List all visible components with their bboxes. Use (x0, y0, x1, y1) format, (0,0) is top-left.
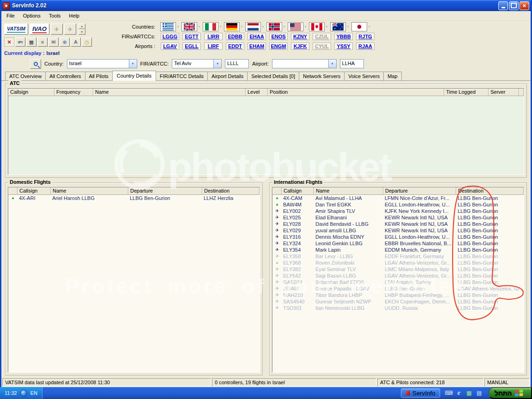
flight-row-tso301[interactable]: ✈TSO301Ilan Nemirovski LLBGUUDD, RussiaL… (272, 305, 524, 311)
fir-code-enos[interactable]: ENOS (269, 33, 288, 40)
column-header-server[interactable]: Server (489, 89, 519, 96)
airport-code-eham[interactable]: EHAM (248, 42, 266, 50)
column-header-position[interactable]: Position (268, 89, 444, 96)
country-flag-uk[interactable] (181, 22, 197, 31)
tab-airport-details[interactable]: Airport Details (207, 72, 248, 80)
fir-code-ehaa[interactable]: EHAA (248, 33, 266, 40)
country-flag-nl[interactable] (245, 22, 261, 31)
flight-row-ely029[interactable]: ✈ELY029yuval amsili LLBGKEWR Newark Intl… (272, 227, 524, 234)
fir-code-edbb[interactable]: EDBB (226, 33, 244, 40)
start-button[interactable]: התחל (488, 387, 532, 399)
country-flag-de[interactable] (224, 22, 240, 31)
message-icon[interactable]: ✉ (48, 37, 59, 47)
servinfo-task-button[interactable]: ServInfo (401, 388, 440, 398)
flight-row-ely354[interactable]: ✈ELY354Mark LapinEDDM Munich, GermanyLLB… (272, 247, 524, 253)
fir-code-rjtg[interactable]: RJTG (356, 33, 375, 40)
column-header-level[interactable]: Level (246, 89, 268, 96)
flight-row-mah210[interactable]: ✈MAH210Tibor Bandura LHBPLHBP Budapest-F… (272, 292, 524, 298)
airport-code-eddt[interactable]: EDDT (226, 42, 244, 50)
country-select[interactable]: Israel ▼ (67, 59, 137, 68)
country-flag-us[interactable] (288, 22, 303, 31)
minimize-button[interactable] (498, 1, 508, 10)
plane-view-button-2[interactable]: ✈ (64, 24, 76, 35)
flight-row-ely542[interactable]: ✈ELY542Sagi Basan-LLBGLGAV Athens-Venize… (272, 272, 524, 279)
language-bar-icon[interactable] (20, 390, 27, 397)
maximize-button[interactable] (509, 1, 519, 10)
flight-row-ely368[interactable]: ▲ELY368Roven ZolonibskiLGAV Athens-Veniz… (272, 260, 524, 266)
flight-row-ely028[interactable]: ✈ELY028David Bendavid - LLBGKEWR Newark … (272, 221, 524, 227)
tab-all-controllers[interactable]: All Controllers (45, 72, 85, 80)
column-header-name[interactable]: Name (51, 187, 128, 194)
chevron-down-icon[interactable]: ▼ (213, 60, 221, 68)
list-icon[interactable]: ≡ (37, 37, 48, 47)
airport-code-cyul[interactable]: CYUL (313, 42, 331, 50)
ipi-icon[interactable]: IPI (15, 37, 25, 47)
country-flag-no[interactable] (266, 22, 282, 31)
grid-tray-icon[interactable]: ▦ (465, 389, 473, 397)
fir-code-kzny[interactable]: KZNY (291, 33, 309, 40)
tab-map[interactable]: Map (383, 72, 401, 80)
fir-select[interactable]: Tel Aviv ▼ (172, 59, 222, 68)
column-header-destination[interactable]: Destination (202, 187, 260, 194)
column-header-name[interactable]: Name (314, 187, 383, 194)
flight-row-ely324[interactable]: ✈ELY324Leonid Genkin LLBGEBBR Bruxelles … (272, 240, 524, 247)
tab-all-pilots[interactable]: All Pilots (85, 72, 113, 80)
menu-file[interactable]: File (2, 12, 19, 20)
spin-up-button[interactable]: ▴ (79, 24, 85, 29)
column-header-destination[interactable]: Destination (456, 187, 524, 194)
font-search-icon[interactable]: A (71, 37, 81, 47)
fir-code-ybbb[interactable]: YBBB (334, 33, 353, 40)
globe-icon[interactable]: ⊕ (60, 37, 70, 47)
document-tray-icon[interactable]: ▤ (475, 389, 484, 397)
fir-code-lirr[interactable]: LIRR (204, 33, 223, 40)
grid-icon[interactable]: ▦ (26, 37, 36, 47)
delete-icon[interactable]: ✕ (4, 37, 14, 47)
flight-row-sas4540[interactable]: ✈SAS4540Gunnar Seljeseth NZWPEKCH Copenh… (272, 298, 524, 305)
country-flag-au[interactable] (330, 22, 346, 31)
chevron-down-icon[interactable]: ▼ (129, 60, 137, 68)
title-bar[interactable]: ServInfo 2.02 ✕ (1, 0, 531, 11)
flight-row-ely358[interactable]: ✈ELY358Bar Levy - LLBGEDDF Frankfurt, Ge… (272, 253, 524, 260)
airport-code-lgav[interactable]: LGAV (161, 42, 179, 50)
vatsim-logo-button[interactable]: VATSIM (4, 24, 28, 35)
flight-row-ely382[interactable]: ✈ELY382Eyal Seminar TLVLIMC Milano-Malpe… (272, 266, 524, 272)
menu-help[interactable]: Help (65, 12, 84, 20)
tab-country-details[interactable]: Country Details (112, 71, 156, 81)
spin-down-button[interactable]: ▾ (79, 29, 85, 35)
airport-code-kjfk[interactable]: KJFK (291, 42, 309, 50)
column-header-departure[interactable]: Departure (128, 187, 202, 194)
tab-atc-overview[interactable]: ATC Overview (5, 72, 46, 80)
search-button[interactable] (30, 59, 41, 69)
airport-code-lirf[interactable]: LIRF (204, 42, 223, 50)
fir-code-czul[interactable]: CZUL (313, 33, 331, 40)
menu-options[interactable]: Options (19, 12, 45, 20)
flight-row-jei468[interactable]: ✈JEI468George Papailis - LGAVLLBG Ben-Gu… (272, 285, 524, 292)
country-flag-jp[interactable] (351, 22, 367, 31)
chevron-down-icon[interactable]: ▼ (328, 60, 336, 68)
column-header-callsign[interactable]: Callsign (282, 187, 314, 194)
flight-row-ely316[interactable]: ✈ELY316Dennis Mischa EDNYEGLL London-Hea… (272, 234, 524, 240)
column-header-time-logged[interactable]: Time Logged (444, 89, 489, 96)
airport-code-rjaa[interactable]: RJAA (356, 42, 375, 50)
tab-fir-artcc-details[interactable]: FIR/ARTCC Details (156, 72, 208, 80)
flight-row-4x-cam[interactable]: ▲4X-CAMAvi Malamud - LLHALFMN Nice-Cote … (272, 195, 524, 201)
airport-code-egll[interactable]: EGLL (182, 42, 201, 50)
column-header-callsign[interactable]: Callsign (8, 89, 54, 96)
column-header-departure[interactable]: Departure (383, 187, 456, 194)
clock-icon[interactable]: ◷ (82, 37, 92, 47)
flight-row-4x-ari[interactable]: ▲4X-ARIAriel Harosh LLBGLLBG Ben-GurionL… (8, 195, 260, 201)
internet-explorer-icon[interactable]: e (455, 389, 463, 397)
column-header-frequency[interactable]: Frequency (54, 89, 93, 96)
menu-tools[interactable]: Tools (45, 12, 65, 20)
flight-row-baw4m[interactable]: ▲BAW4MDan Tirel EGKKEGLL London-Heathrow… (272, 201, 524, 208)
keyboard-icon[interactable]: ⌨ (445, 389, 453, 397)
tab-selected-details-0[interactable]: Selected Details [0] (247, 72, 299, 80)
airport-code-input[interactable]: LLHA (340, 59, 364, 68)
column-header-callsign[interactable]: Callsign (18, 187, 51, 194)
close-button[interactable]: ✕ (520, 1, 529, 10)
flight-row-ely002[interactable]: ✈ELY002Amir Shapira TLVKJFK New York Ken… (272, 208, 524, 214)
airport-code-engm[interactable]: ENGM (269, 42, 288, 50)
fir-code-lggg[interactable]: LGGG (161, 33, 179, 40)
flight-row-ely025[interactable]: ✈ELY025Elad ElhananiKEWR Newark Intl NJ,… (272, 214, 524, 221)
country-flag-gr[interactable] (160, 22, 176, 31)
